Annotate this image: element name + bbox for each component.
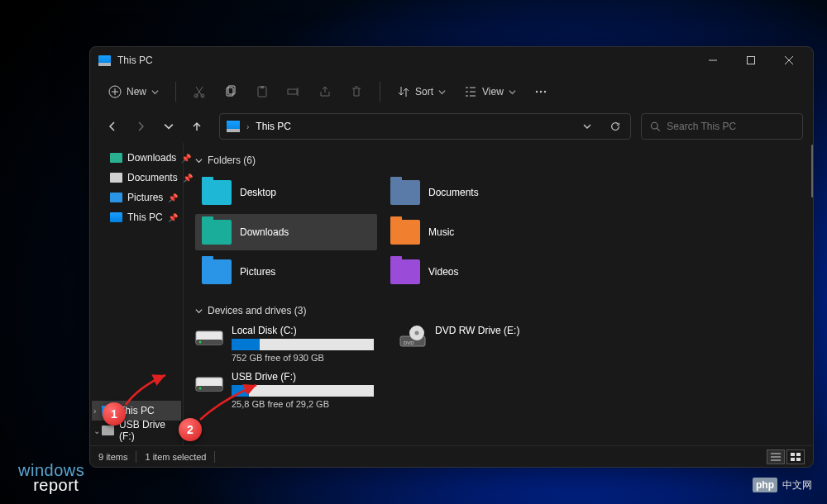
status-items: 9 items: [98, 452, 127, 462]
folder-name: Pictures: [240, 266, 275, 278]
chevron-right-icon[interactable]: ›: [93, 407, 96, 416]
chevron-down-icon: [195, 157, 203, 164]
documents-icon: [110, 173, 122, 183]
drive-item[interactable]: Local Disk (C:)752 GB free of 930 GB: [195, 325, 385, 363]
address-bar[interactable]: › This PC: [219, 113, 631, 140]
breadcrumb[interactable]: This PC: [256, 121, 291, 132]
share-button[interactable]: [310, 78, 340, 105]
status-bar: 9 items 1 item selected: [90, 445, 813, 467]
folders-group-header[interactable]: Folders (6): [195, 155, 806, 166]
folder-name: Desktop: [240, 187, 276, 198]
share-icon: [318, 85, 332, 98]
capacity-bar: [232, 339, 374, 350]
sort-label: Sort: [415, 86, 433, 97]
folder-icon: [202, 180, 232, 205]
view-button[interactable]: View: [456, 78, 524, 105]
sidebar-item-this-pc[interactable]: This PC 📌: [92, 207, 181, 227]
svg-rect-33: [796, 458, 801, 461]
chevron-down-icon: [195, 307, 203, 315]
nav-row: › This PC: [90, 110, 813, 143]
svg-rect-13: [288, 89, 297, 94]
sidebar-item-label: USB Drive (F:): [119, 419, 178, 442]
watermark-windowsreport: windows report: [18, 463, 84, 492]
toolbar: New Sort View: [90, 74, 813, 110]
close-button[interactable]: [770, 47, 808, 74]
callout-2: 2: [179, 418, 202, 441]
content-area: Folders (6) DesktopDocumentsDownloadsMus…: [183, 143, 813, 445]
separator: [136, 451, 136, 463]
svg-rect-32: [791, 458, 795, 461]
folder-item[interactable]: Videos: [384, 254, 566, 290]
refresh-button[interactable]: [604, 115, 627, 138]
rename-icon: [287, 85, 300, 98]
separator: [380, 82, 380, 102]
callout-arrow-1: [122, 372, 172, 408]
sort-icon: [397, 85, 410, 98]
sidebar-item-pictures[interactable]: Pictures 📌: [92, 188, 181, 207]
chevron-down-icon: [509, 88, 516, 96]
paste-button[interactable]: [247, 78, 277, 105]
svg-point-25: [415, 331, 419, 335]
svg-point-18: [652, 122, 658, 129]
search-box[interactable]: [641, 113, 803, 140]
forward-button[interactable]: [128, 114, 153, 139]
scrollbar-thumb[interactable]: [811, 145, 813, 197]
sort-button[interactable]: Sort: [389, 78, 454, 105]
drive-name: DVD RW Drive (E:): [435, 325, 589, 336]
sidebar-item-label: This PC: [127, 212, 163, 223]
folder-item[interactable]: Pictures: [195, 254, 377, 290]
drives-group-header[interactable]: Devices and drives (3): [195, 305, 806, 316]
folder-name: Documents: [428, 187, 479, 198]
cut-button[interactable]: [184, 78, 214, 105]
free-space-label: 752 GB free of 930 GB: [232, 353, 385, 363]
address-dropdown-button[interactable]: [576, 115, 599, 138]
minimize-button[interactable]: [694, 47, 732, 74]
search-icon: [650, 121, 660, 132]
svg-point-15: [536, 91, 538, 93]
folder-item[interactable]: Downloads: [195, 214, 377, 250]
callout-1: 1: [103, 402, 126, 426]
sidebar-item-label: Downloads: [127, 152, 176, 164]
sidebar-tree-usb-drive[interactable]: ⌄ USB Drive (F:): [92, 421, 181, 440]
copy-icon: [224, 85, 237, 98]
rename-button[interactable]: [279, 78, 308, 105]
details-view-button[interactable]: [767, 449, 785, 464]
pictures-icon: [110, 193, 122, 202]
paste-icon: [256, 85, 269, 98]
delete-button[interactable]: [342, 78, 371, 105]
view-icon: [464, 85, 477, 98]
folder-item[interactable]: Documents: [384, 174, 566, 211]
new-button[interactable]: New: [100, 78, 167, 105]
chevron-down-icon: [151, 88, 159, 96]
search-input[interactable]: [667, 121, 794, 132]
svg-rect-31: [796, 453, 801, 456]
sidebar-item-label: Pictures: [127, 192, 163, 203]
svg-point-17: [544, 91, 546, 93]
sidebar-item-documents[interactable]: Documents 📌: [92, 168, 181, 188]
back-button[interactable]: [100, 114, 125, 139]
copy-button[interactable]: [216, 78, 246, 105]
folder-icon: [390, 220, 420, 245]
up-button[interactable]: [184, 114, 209, 139]
thumbnails-view-button[interactable]: [786, 449, 805, 464]
chevron-down-icon[interactable]: ⌄: [93, 426, 100, 435]
callout-arrow-2: [197, 382, 263, 423]
drive-icon: [102, 426, 114, 435]
maximize-button[interactable]: [732, 47, 770, 74]
folder-item[interactable]: Music: [384, 214, 566, 250]
drive-item[interactable]: DVDDVD RW Drive (E:): [399, 325, 589, 363]
plus-circle-icon: [108, 85, 122, 98]
folder-icon: [202, 259, 232, 284]
titlebar[interactable]: This PC: [90, 47, 813, 74]
dots-icon: [534, 85, 547, 98]
separator: [214, 451, 215, 463]
more-button[interactable]: [526, 78, 556, 105]
folder-item[interactable]: Desktop: [195, 174, 377, 211]
sidebar-item-label: Documents: [127, 172, 178, 183]
recent-button[interactable]: [156, 114, 181, 139]
watermark-php: php 中文网: [753, 478, 812, 492]
svg-point-8: [201, 94, 204, 97]
folder-icon: [390, 180, 420, 205]
drive-name: USB Drive (F:): [232, 371, 385, 383]
sidebar-item-downloads[interactable]: Downloads 📌: [92, 148, 181, 168]
